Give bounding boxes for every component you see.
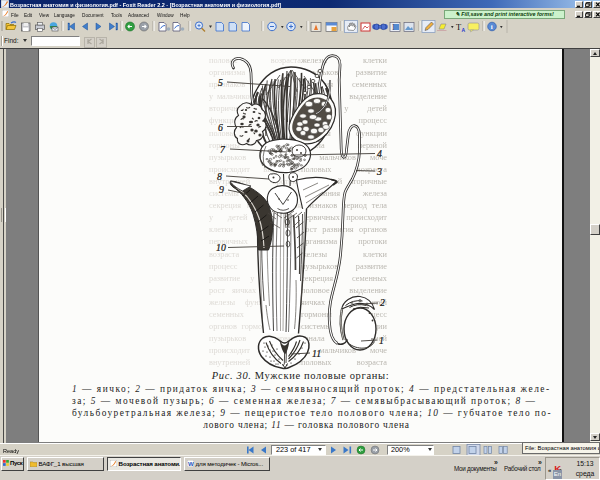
- svg-text:11: 11: [312, 348, 321, 359]
- svg-text:8: 8: [217, 171, 222, 182]
- svg-text:i: i: [491, 23, 493, 31]
- svg-text:A: A: [462, 27, 466, 33]
- svg-text:10: 10: [216, 242, 226, 253]
- svg-text:5: 5: [218, 77, 223, 88]
- svg-text:1: 1: [379, 335, 384, 346]
- svg-text:6: 6: [218, 122, 223, 133]
- svg-text:9: 9: [219, 184, 224, 195]
- svg-text:7: 7: [220, 144, 226, 155]
- svg-text:W: W: [188, 460, 194, 467]
- svg-text:3: 3: [376, 166, 382, 177]
- svg-text:4: 4: [377, 148, 382, 159]
- svg-text:2: 2: [380, 297, 385, 308]
